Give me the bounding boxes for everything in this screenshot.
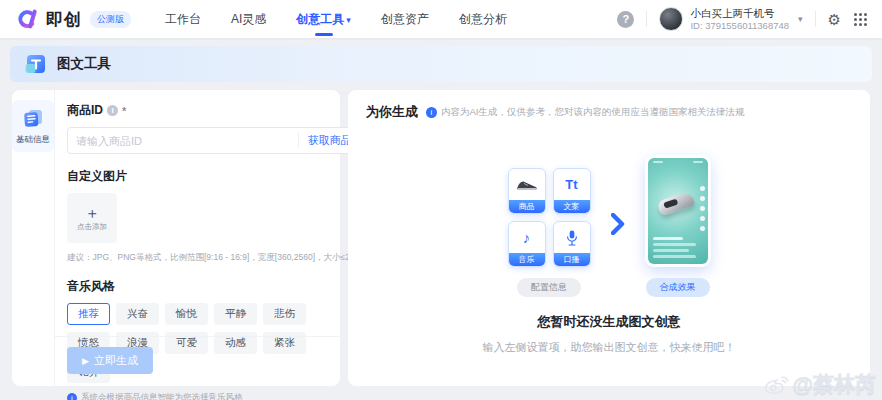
ai-disclaimer: i 内容为AI生成，仅供参考，您对该内容的使用应当遵循国家相关法律法规 [426,106,744,119]
generate-button-label: 立即生成 [94,353,138,368]
user-id: ID: 3791556011368748 [690,20,789,32]
music-style-label: 音乐风格 [67,278,362,295]
app-logo[interactable]: 即创 公测版 [14,8,131,31]
phone-mockup [645,155,711,267]
config-card-product: 商品 [508,168,546,214]
preview-title: 为你生成 [366,103,418,121]
nav-item-workbench[interactable]: 工作台 [165,0,201,39]
jichuang-logo-icon [14,8,40,30]
empty-state-subtitle: 输入左侧设置项，助您输出图文创意，快来使用吧！ [483,340,736,355]
info-icon: i [107,105,118,116]
config-info-pill: 配置信息 [517,278,581,297]
upload-hint-text: 点击添加 [77,222,107,232]
config-card-label: 文案 [554,200,590,213]
image-text-tool-icon [24,52,48,76]
image-format-hint: 建议：JPG、PNG等格式，比例范围[9:16 - 16:9]，宽度[360,2… [67,252,362,264]
settings-panel: 基础信息 商品ID i * 获取商品 自定义图片 ＋ 点击添加 建议：JPG、P… [12,90,340,386]
config-card-copywriting: Tt 文案 [553,168,591,214]
documents-icon [21,106,45,130]
left-rail: 基础信息 [12,90,55,386]
product-id-label-row: 商品ID i * [67,102,362,119]
phone-status-bar [653,161,703,163]
info-icon: i [67,393,77,400]
form-footer: ▶ 立即生成 [55,336,376,386]
settings-gear-icon[interactable]: ⚙ [828,12,841,27]
weibo-watermark: @蔡林芮 [764,370,876,398]
weibo-logo-icon [764,373,790,395]
music-tag-recommended[interactable]: 推荐 [67,303,110,325]
disclaimer-text: 内容为AI生成，仅供参考，您对该内容的使用应当遵循国家相关法律法规 [441,106,744,119]
page-title: 图文工具 [57,55,111,73]
nav-item-ai-inspiration[interactable]: AI灵感 [231,0,266,39]
rail-item-label: 基础信息 [16,134,50,146]
video-action-icons [700,186,705,231]
avatar [659,7,683,31]
product-shoe-image [656,191,695,216]
required-mark: * [122,105,126,117]
image-upload-box[interactable]: ＋ 点击添加 [67,193,117,243]
empty-state-title: 您暂时还没生成图文创意 [538,313,681,331]
music-tag-joyful[interactable]: 愉悦 [165,303,208,325]
generate-button[interactable]: ▶ 立即生成 [67,347,153,374]
music-style-note: i 系统会根据商品信息智能为您选择音乐风格 [67,392,362,400]
product-id-input[interactable] [68,135,298,147]
user-name: 小白买上两千机号 [690,7,789,20]
chevron-down-icon: ▾ [346,15,351,25]
config-card-label: 商品 [509,200,545,213]
main-nav: 工作台 AI灵感 创意工具▾ 创意资产 创意分析 [165,0,507,39]
phone-screen [648,158,708,264]
video-caption-lines [653,237,696,258]
logo-text: 即创 [46,8,82,31]
top-navbar: 即创 公测版 工作台 AI灵感 创意工具▾ 创意资产 创意分析 ? 小白买上两千… [0,0,882,38]
plus-icon: ＋ [85,205,100,220]
custom-image-label: 自定义图片 [67,168,362,185]
result-effect-pill: 合成效果 [646,278,710,297]
divider [815,11,816,27]
nav-item-creative-assets[interactable]: 创意资产 [381,0,429,39]
user-account-menu[interactable]: 小白买上两千机号 ID: 3791556011368748 ▾ [659,7,802,32]
result-phone-group: 合成效果 [645,155,711,297]
info-icon: i [426,107,437,118]
empty-state-illustration: 商品 Tt 文案 ♪ 音乐 [366,155,852,355]
music-tag-sad[interactable]: 悲伤 [263,303,306,325]
preview-header: 为你生成 i 内容为AI生成，仅供参考，您对该内容的使用应当遵循国家相关法律法规 [366,103,852,121]
microphone-icon [565,229,579,247]
shoe-icon [515,178,539,192]
beta-badge: 公测版 [90,11,131,28]
music-note-text: 系统会根据商品信息智能为您选择音乐风格 [81,392,243,400]
product-id-label: 商品ID [67,102,103,119]
nav-item-creative-tools[interactable]: 创意工具▾ [296,0,351,39]
topnav-right: ? 小白买上两千机号 ID: 3791556011368748 ▾ ⚙ [617,7,868,32]
rail-item-basic-info[interactable]: 基础信息 [12,100,54,152]
generation-form: 商品ID i * 获取商品 自定义图片 ＋ 点击添加 建议：JPG、PNG等格式… [55,90,376,386]
config-cards-group: 商品 Tt 文案 ♪ 音乐 [508,168,591,297]
music-note-icon: ♪ [523,229,531,246]
nav-item-label: 创意工具 [296,12,344,26]
nav-item-creative-analysis[interactable]: 创意分析 [459,0,507,39]
help-icon[interactable]: ? [617,11,634,28]
preview-panel: 为你生成 i 内容为AI生成，仅供参考，您对该内容的使用应当遵循国家相关法律法规 [348,90,870,386]
product-id-input-row: 获取商品 [67,127,362,154]
divider [646,11,647,27]
config-card-music: ♪ 音乐 [508,221,546,267]
text-icon: Tt [565,177,577,192]
config-card-voiceover: 口播 [553,221,591,267]
watermark-text: @蔡林芮 [793,370,876,398]
play-icon: ▶ [82,356,89,366]
page-header: 图文工具 [10,46,872,82]
music-tag-calm[interactable]: 平静 [214,303,257,325]
arrow-right-icon [611,213,625,235]
config-card-label: 口播 [554,253,590,266]
config-card-label: 音乐 [509,253,545,266]
music-tag-excited[interactable]: 兴奋 [116,303,159,325]
apps-grid-icon[interactable] [853,12,868,27]
chevron-down-icon: ▾ [798,14,803,24]
